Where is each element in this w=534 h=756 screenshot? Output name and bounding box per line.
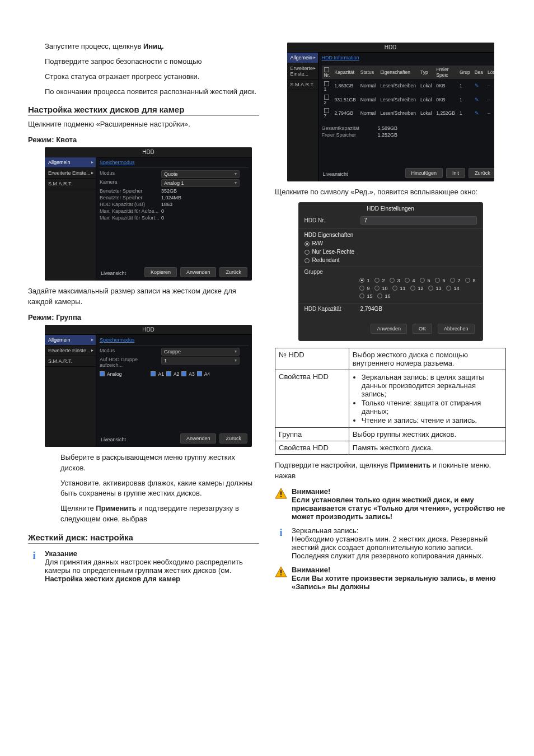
modal-ok-button[interactable]: OK <box>413 324 432 334</box>
warning-icon <box>275 566 287 591</box>
init-label: Иниц. <box>143 42 164 50</box>
live-view-link[interactable]: Liveansicht <box>101 270 126 276</box>
radio-group[interactable] <box>390 278 395 283</box>
checkbox-analog[interactable] <box>100 371 105 376</box>
warning-heading: Внимание! <box>292 487 506 496</box>
radio-group[interactable] <box>374 286 380 291</box>
info-icon: i <box>275 526 287 560</box>
dropdown-kamera[interactable]: Analog 1 <box>161 179 240 187</box>
warning-icon <box>275 487 287 521</box>
hint-box: i Указание Для принятия данных настроек … <box>28 549 259 583</box>
live-view-link[interactable]: Liveansicht <box>101 437 126 442</box>
checkbox-all[interactable] <box>324 67 329 72</box>
table-row[interactable]: 1 1,863GB Normal Lesen/Schreiben Lokal 0… <box>322 79 494 92</box>
delete-icon[interactable]: – <box>488 110 490 116</box>
status-line-2: По окончании процесса появится распознан… <box>28 87 259 97</box>
info-icon: i <box>28 549 40 583</box>
sidebar: Allgemein Erweiterte Einste... S.M.A.R.T… <box>45 335 96 447</box>
confirm-text: Подтвердите настройки, щелкнув Применить… <box>275 460 506 482</box>
warning-text: Если установлен только один жесткий диск… <box>292 496 506 521</box>
dropdown-modus[interactable]: Gruppe <box>161 348 240 356</box>
row-checkbox[interactable] <box>324 81 329 86</box>
radio-group[interactable] <box>392 286 397 291</box>
edit-icon[interactable]: ✎ <box>475 110 479 116</box>
tab-speichermodus[interactable]: Speichermodus <box>100 160 135 165</box>
apply-button[interactable]: Anwenden <box>180 267 217 277</box>
sidebar: Allgemein Erweiterte Einste... S.M.A.R.T… <box>45 157 96 281</box>
radio-group[interactable] <box>435 278 440 283</box>
checkbox-a4[interactable] <box>197 371 202 376</box>
radio-group[interactable] <box>428 286 433 291</box>
hdd-description-table: № HDD Выбор жесткого диска с помощью вну… <box>275 348 506 455</box>
radio-group[interactable] <box>410 286 415 291</box>
sidebar-item-erweiterte[interactable]: Erweiterte Einste... <box>45 346 96 356</box>
dropdown-hdd-gruppe[interactable]: 1 <box>161 357 240 365</box>
checkbox-a1[interactable] <box>151 371 156 376</box>
sidebar-item-smart[interactable]: S.M.A.R.T. <box>45 356 96 367</box>
back-button[interactable]: Zurück <box>219 267 247 277</box>
sidebar-item-smart[interactable]: S.M.A.R.T. <box>287 80 318 90</box>
radio-group[interactable] <box>420 278 425 283</box>
modal-apply-button[interactable]: Anwenden <box>371 324 407 334</box>
hint-text: Для принятия данных настроек необходимо … <box>45 558 259 583</box>
quota-desc: Задайте максимальный размер записи на же… <box>28 286 259 307</box>
sidebar-item-allgemein[interactable]: Allgemein <box>45 335 96 346</box>
live-view-link[interactable]: Liveansicht <box>323 171 348 177</box>
radio-group[interactable] <box>359 286 364 291</box>
svg-rect-4 <box>280 570 282 573</box>
sidebar-item-erweiterte[interactable]: Erweiterte Einste... <box>45 168 96 179</box>
sidebar-item-smart[interactable]: S.M.A.R.T. <box>45 179 96 189</box>
heading-hdd-setup: Жесткий диск: настройка <box>28 533 259 544</box>
mode-quota-heading: Режим: Квота <box>28 136 259 144</box>
group-bullet-1: Выберите в раскрывающемся меню группу же… <box>28 452 259 474</box>
row-checkbox[interactable] <box>324 95 329 100</box>
info-box-mirror: i Зеркальная запись: Необходимо установи… <box>275 526 506 560</box>
svg-rect-1 <box>280 491 282 494</box>
status-line-1: Строка статуса отражает прогресс установ… <box>28 72 259 82</box>
radio-redundant[interactable] <box>305 258 310 263</box>
checkbox-a2[interactable] <box>166 371 171 376</box>
radio-rw[interactable] <box>305 241 310 246</box>
sidebar-item-erweiterte[interactable]: Erweiterte Einste... <box>287 63 318 80</box>
table-row[interactable]: 2 931.51GB Normal Lesen/Schreiben Lokal … <box>322 93 494 106</box>
p-submenu: Щелкните подменю «Расширенные настройки»… <box>28 119 259 130</box>
radio-group[interactable] <box>465 278 470 283</box>
radio-readonly[interactable] <box>305 250 310 255</box>
modal-cancel-button[interactable]: Abbrechen <box>438 324 475 334</box>
checkbox-a3[interactable] <box>181 371 186 376</box>
radio-group[interactable] <box>450 278 455 283</box>
dropdown-modus[interactable]: Quote <box>161 170 240 178</box>
back-button[interactable]: Zurück <box>469 168 494 178</box>
row-checkbox[interactable] <box>324 108 329 113</box>
copy-button[interactable]: Kopieren <box>144 267 177 277</box>
panel-title: HDD <box>45 325 252 335</box>
edit-icon[interactable]: ✎ <box>475 97 479 102</box>
edit-icon[interactable]: ✎ <box>475 83 479 88</box>
radio-group[interactable] <box>405 278 410 283</box>
delete-icon[interactable]: – <box>488 83 490 88</box>
mode-group-heading: Режим: Группа <box>28 313 259 321</box>
radio-group-1[interactable] <box>359 278 364 283</box>
add-button[interactable]: Hinzufügen <box>405 168 443 178</box>
sidebar-item-allgemein[interactable]: Allgemein <box>45 157 96 168</box>
svg-rect-2 <box>280 496 282 497</box>
info-text: Необходимо установить мин. 2 жестких дис… <box>292 535 506 560</box>
radio-group[interactable] <box>446 286 451 291</box>
tab-hdd-information[interactable]: HDD Information <box>322 55 359 60</box>
screenshot-quota-panel: HDD Allgemein Erweiterte Einste... S.M.A… <box>45 147 252 281</box>
hdd-nr-select[interactable]: 7 <box>360 216 477 225</box>
apply-button[interactable]: Anwenden <box>180 433 217 444</box>
back-button[interactable]: Zurück <box>219 433 247 444</box>
delete-icon[interactable]: – <box>488 97 490 102</box>
radio-group[interactable] <box>359 293 364 298</box>
text: Запустите процесс, щелкнув <box>45 42 143 50</box>
tab-speichermodus[interactable]: Speichermodus <box>100 337 135 343</box>
radio-group[interactable] <box>377 293 382 298</box>
table-row[interactable]: 7 2,794GB Normal Lesen/Schreiben Lokal 1… <box>322 106 494 120</box>
init-button[interactable]: Init <box>446 168 465 178</box>
panel-main: Speichermodus ModusQuote KameraAnalog 1 … <box>96 157 252 281</box>
radio-group[interactable] <box>374 278 380 283</box>
warning-heading: Внимание! <box>292 566 506 574</box>
panel-title: HDD <box>287 43 494 53</box>
sidebar-item-allgemein[interactable]: Allgemein <box>287 53 318 63</box>
